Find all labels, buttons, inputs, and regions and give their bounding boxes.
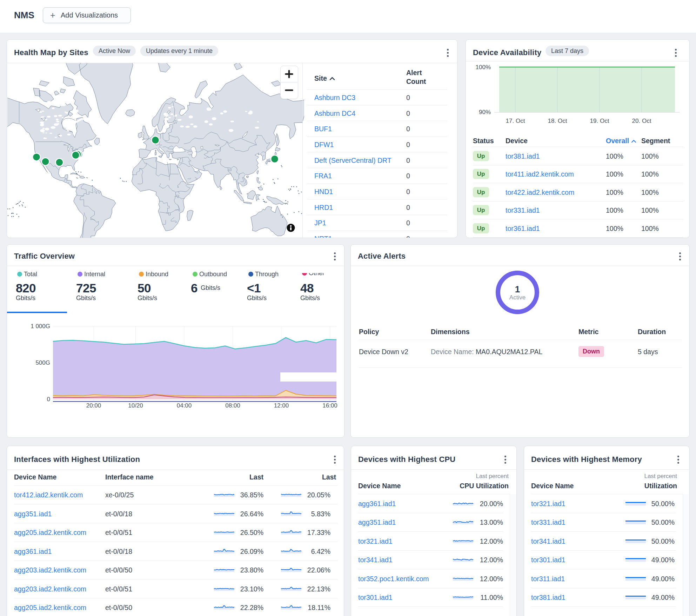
- svg-text:20:00: 20:00: [86, 402, 101, 409]
- svg-text:04:00: 04:00: [177, 402, 192, 409]
- svg-text:500G: 500G: [35, 359, 50, 366]
- svg-text:0: 0: [47, 396, 50, 403]
- svg-text:17. Oct: 17. Oct: [506, 118, 525, 124]
- svg-text:16:00: 16:00: [322, 402, 337, 409]
- svg-text:18. Oct: 18. Oct: [548, 118, 567, 124]
- svg-text:90%: 90%: [479, 109, 491, 115]
- svg-text:19. Oct: 19. Oct: [590, 118, 609, 124]
- svg-text:100%: 100%: [476, 64, 491, 71]
- svg-text:08:00: 08:00: [225, 402, 240, 409]
- svg-text:10/20: 10/20: [128, 402, 143, 409]
- svg-text:20. Oct: 20. Oct: [632, 118, 651, 124]
- svg-text:12:00: 12:00: [274, 402, 289, 409]
- svg-text:1 000G: 1 000G: [31, 323, 50, 330]
